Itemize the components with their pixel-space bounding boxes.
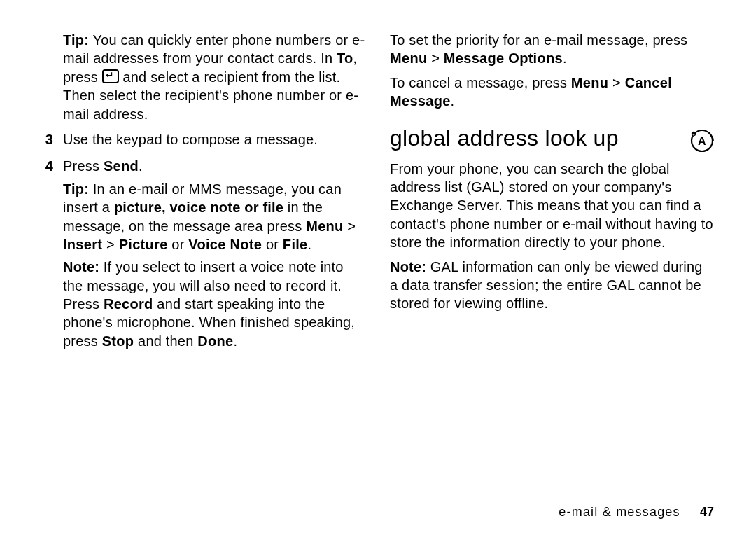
- ui-label-menu: Menu: [306, 218, 343, 234]
- note-label: Note:: [63, 259, 99, 275]
- tip-text: Tip: In an e-mail or MMS message, you ca…: [63, 180, 366, 254]
- step-number: 3: [42, 130, 53, 153]
- fragment: or: [262, 237, 283, 252]
- ui-label-picture: Picture: [119, 237, 168, 252]
- tip-fragment: You can quickly enter phone numbers or e…: [63, 32, 365, 66]
- fragment: To cancel a message, press: [390, 75, 571, 90]
- enter-key-icon: [102, 69, 119, 83]
- ui-label-stop: Stop: [102, 333, 134, 349]
- ui-label-file: File: [283, 237, 308, 252]
- step-text: Use the keypad to compose a message.: [63, 130, 366, 148]
- fragment: To set the priority for an e-mail messag…: [390, 32, 687, 48]
- ui-label-menu: Menu: [571, 75, 608, 90]
- step-number: 4: [42, 157, 53, 354]
- fragment: .: [451, 93, 455, 109]
- cancel-instruction: To cancel a message, press Menu > Cancel…: [390, 74, 714, 111]
- fragment: >: [102, 237, 118, 252]
- fragment: .: [139, 158, 143, 174]
- step-3: 3 Use the keypad to compose a message.: [42, 130, 366, 153]
- fragment: .: [233, 333, 237, 349]
- step-text: Press Send.: [63, 157, 366, 175]
- ui-label-done: Done: [197, 333, 233, 349]
- ui-label-voice-note: Voice Note: [188, 237, 262, 252]
- svg-text:+: +: [692, 132, 695, 136]
- tip-label: Tip:: [63, 32, 89, 48]
- tip-text: Tip: You can quickly enter phone numbers…: [63, 31, 366, 123]
- gal-description: From your phone, you can search the glob…: [390, 160, 714, 252]
- note-label: Note:: [390, 259, 426, 275]
- ui-label-menu: Menu: [390, 50, 427, 66]
- ui-label-record: Record: [104, 296, 153, 312]
- page-number: 47: [700, 505, 714, 519]
- bold-fragment: picture, voice note or file: [114, 200, 284, 215]
- manual-page: Tip: You can quickly enter phone numbers…: [0, 0, 756, 535]
- tip-block-contact-cards: Tip: You can quickly enter phone numbers…: [63, 31, 366, 123]
- gal-note: Note: GAL information can only be viewed…: [390, 258, 714, 313]
- fragment: .: [563, 50, 567, 66]
- fragment: and then: [134, 333, 197, 349]
- note-text: Note: If you select to insert a voice no…: [63, 258, 366, 350]
- ui-label-insert: Insert: [63, 237, 102, 252]
- priority-instruction: To set the priority for an e-mail messag…: [390, 31, 714, 68]
- ui-label-message-options: Message Options: [444, 50, 563, 66]
- two-column-layout: Tip: You can quickly enter phone numbers…: [42, 31, 714, 359]
- fragment: GAL information can only be viewed durin…: [390, 259, 703, 312]
- svg-text:A: A: [698, 135, 706, 147]
- fragment: >: [427, 50, 443, 66]
- right-column: To set the priority for an e-mail messag…: [390, 31, 714, 359]
- fragment: Press: [63, 158, 104, 174]
- section-title: global address look up: [390, 126, 619, 151]
- ui-label-to: To: [337, 50, 354, 66]
- step-body: Press Send. Tip: In an e-mail or MMS mes…: [63, 157, 366, 354]
- left-column: Tip: You can quickly enter phone numbers…: [42, 31, 366, 359]
- ui-label-send: Send: [104, 158, 139, 174]
- footer-section-title: e-mail & messages: [559, 505, 680, 519]
- fragment: >: [608, 75, 624, 90]
- tip-label: Tip:: [63, 181, 89, 197]
- step-4: 4 Press Send. Tip: In an e-mail or MMS m…: [42, 157, 366, 354]
- fragment: .: [308, 237, 312, 252]
- fragment: or: [168, 237, 189, 252]
- fragment: >: [344, 218, 356, 234]
- page-footer: e-mail & messages 47: [559, 505, 714, 520]
- feature-dial-icon: A +: [690, 129, 714, 153]
- step-body: Use the keypad to compose a message.: [63, 130, 366, 153]
- section-header: global address look up A +: [390, 126, 714, 153]
